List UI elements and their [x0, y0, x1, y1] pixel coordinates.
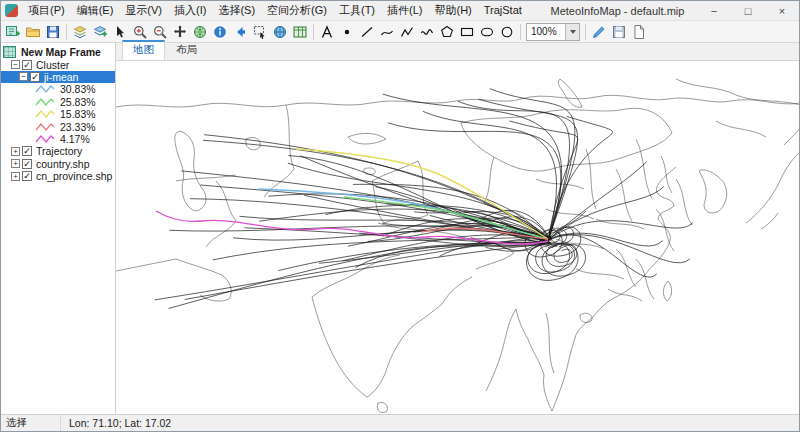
edit-tool-button[interactable]	[589, 22, 609, 42]
rectangle-tool-icon	[459, 24, 475, 40]
cluster-mean-layer	[156, 149, 548, 244]
add-web-layer-button[interactable]	[90, 22, 110, 42]
layer-checkbox[interactable]: ✓	[22, 171, 32, 181]
text-a-icon	[319, 24, 335, 40]
cluster-line-symbol	[35, 97, 55, 107]
expand-icon[interactable]: +	[11, 159, 20, 168]
back-arrow-icon	[232, 24, 248, 40]
map-view: 地图 布局	[116, 43, 799, 414]
draw-freehand-button[interactable]	[417, 22, 437, 42]
close-button[interactable]: ×	[765, 1, 799, 20]
legend-item[interactable]: 15.83%	[1, 108, 115, 120]
layer-node-ji-mean[interactable]: − ✓ ji-mean	[1, 71, 115, 83]
select-element-button[interactable]	[110, 22, 130, 42]
draw-polygon-button[interactable]	[437, 22, 457, 42]
layer-checkbox[interactable]: ✓	[22, 146, 32, 156]
map-frame-node[interactable]: New Map Frame	[1, 46, 115, 58]
menu-insert[interactable]: 插入(I)	[168, 1, 212, 20]
cursor-arrow-icon	[112, 24, 128, 40]
layer-label: ji-mean	[42, 71, 80, 83]
text-tool-button[interactable]	[317, 22, 337, 42]
layer-checkbox[interactable]: ✓	[22, 60, 32, 70]
open-project-button[interactable]	[23, 22, 43, 42]
open-folder-icon	[25, 24, 41, 40]
tab-layout[interactable]: 布局	[165, 41, 208, 60]
collapse-icon[interactable]: −	[11, 60, 20, 69]
projection-globe-icon	[272, 24, 288, 40]
maximize-button[interactable]: □	[731, 1, 765, 20]
draw-line-button[interactable]	[357, 22, 377, 42]
menu-edit[interactable]: 编辑(E)	[71, 1, 120, 20]
save-project-button[interactable]	[43, 22, 63, 42]
select-rectangle-icon	[252, 24, 268, 40]
window-title: MeteoInfoMap - default.mip	[528, 5, 697, 17]
tab-map[interactable]: 地图	[122, 40, 165, 60]
layer-checkbox[interactable]: ✓	[22, 159, 32, 169]
layer-node-country[interactable]: + ✓ country.shp	[1, 158, 115, 170]
legend-item-label: 4.17%	[58, 133, 92, 145]
circle-tool-icon	[499, 24, 515, 40]
legend-item[interactable]: 30.83%	[1, 83, 115, 95]
select-feature-button[interactable]	[250, 22, 270, 42]
draw-point-button[interactable]	[337, 22, 357, 42]
draw-polyline-button[interactable]	[397, 22, 417, 42]
view-tabs: 地图 布局	[116, 43, 799, 61]
draw-rectangle-button[interactable]	[457, 22, 477, 42]
app-icon	[5, 4, 18, 17]
menu-select[interactable]: 选择(S)	[212, 1, 261, 20]
menu-help[interactable]: 帮助(H)	[428, 1, 477, 20]
layer-node-cn-province[interactable]: + ✓ cn_province.shp	[1, 170, 115, 182]
draw-circle-button[interactable]	[497, 22, 517, 42]
previous-view-button[interactable]	[230, 22, 250, 42]
menu-plugins[interactable]: 插件(L)	[381, 1, 428, 20]
full-extent-button[interactable]	[190, 22, 210, 42]
save-icon	[45, 24, 61, 40]
curve-tool-icon	[379, 24, 395, 40]
draw-curve-button[interactable]	[377, 22, 397, 42]
map-canvas[interactable]	[116, 61, 799, 414]
attribute-table-icon	[292, 24, 308, 40]
menu-tools[interactable]: 工具(T)	[333, 1, 381, 20]
add-layer-button[interactable]	[70, 22, 90, 42]
legend-item-label: 15.83%	[58, 108, 98, 120]
menu-project[interactable]: 项目(P)	[22, 1, 71, 20]
status-bar: 选择 Lon: 71.10; Lat: 17.02	[1, 414, 799, 431]
save-image-icon	[611, 24, 627, 40]
zoom-level-combo[interactable]: 100%	[526, 23, 580, 41]
save-image-button[interactable]	[609, 22, 629, 42]
layer-label: cn_province.shp	[34, 170, 114, 182]
pencil-icon	[591, 24, 607, 40]
identify-button[interactable]	[210, 22, 230, 42]
menu-bar: 项目(P) 编辑(E) 显示(V) 插入(I) 选择(S) 空间分析(G) 工具…	[22, 1, 528, 20]
app-window: 项目(P) 编辑(E) 显示(V) 插入(I) 选择(S) 空间分析(G) 工具…	[0, 0, 800, 432]
attribute-table-button[interactable]	[290, 22, 310, 42]
status-coordinates: Lon: 71.10; Lat: 17.02	[61, 417, 171, 429]
map-frame-icon	[3, 46, 16, 58]
layer-node-trajectory[interactable]: + ✓ Trajectory	[1, 145, 115, 157]
layer-node-cluster[interactable]: − ✓ Cluster	[1, 58, 115, 70]
new-project-button[interactable]	[3, 22, 23, 42]
layer-checkbox[interactable]: ✓	[30, 72, 40, 82]
page-setup-button[interactable]	[629, 22, 649, 42]
legend-item[interactable]: 4.17%	[1, 133, 115, 145]
cluster-line-symbol	[35, 122, 55, 132]
toolbar-separator	[66, 24, 67, 40]
legend-item[interactable]: 25.83%	[1, 96, 115, 108]
zoom-combo-dropdown[interactable]	[565, 24, 579, 40]
polyline-tool-icon	[399, 24, 415, 40]
zoom-in-button[interactable]	[130, 22, 150, 42]
draw-ellipse-button[interactable]	[477, 22, 497, 42]
zoom-out-button[interactable]	[150, 22, 170, 42]
polygon-tool-icon	[439, 24, 455, 40]
expand-icon[interactable]: +	[11, 172, 20, 181]
expand-icon[interactable]: +	[11, 147, 20, 156]
collapse-icon[interactable]: −	[19, 72, 28, 81]
minimize-button[interactable]: −	[697, 1, 731, 20]
projection-button[interactable]	[270, 22, 290, 42]
chevron-down-icon	[570, 30, 576, 34]
menu-geoprocessing[interactable]: 空间分析(G)	[261, 1, 333, 20]
menu-trajstat[interactable]: TrajStat	[478, 1, 528, 20]
menu-view[interactable]: 显示(V)	[119, 1, 168, 20]
legend-item[interactable]: 23.33%	[1, 120, 115, 132]
pan-button[interactable]	[170, 22, 190, 42]
